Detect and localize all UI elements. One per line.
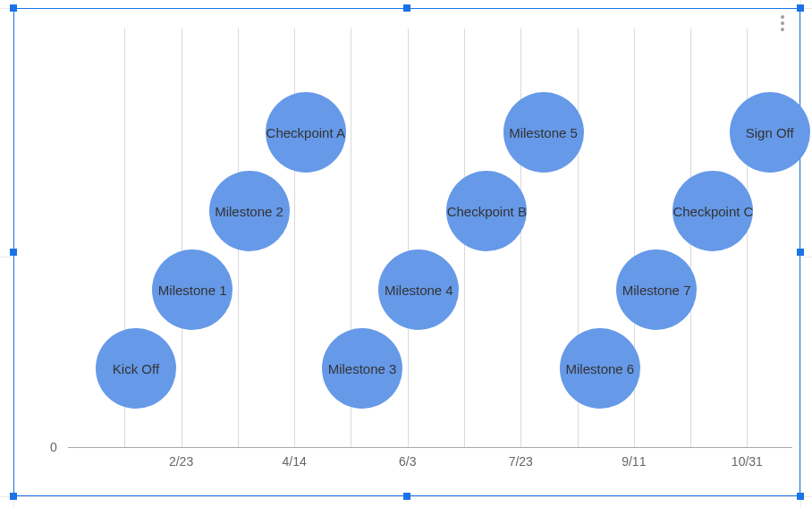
bubble-point[interactable]: Milestone 4	[378, 249, 459, 330]
bubble-point[interactable]: Sign Off	[730, 92, 810, 173]
x-gridline	[520, 29, 521, 447]
bubble-label: Milestone 2	[215, 204, 283, 219]
bubble-label: Milestone 6	[565, 361, 634, 376]
bubble-point[interactable]: Milestone 5	[503, 92, 584, 173]
bubble-point[interactable]: Checkpoint C	[672, 171, 753, 251]
plot-area: Kick OffMilestone 1Milestone 2Checkpoint…	[68, 29, 792, 447]
x-gridline	[747, 29, 748, 447]
resize-handle-top-right[interactable]	[797, 4, 804, 12]
bubble-point[interactable]: Kick Off	[96, 328, 176, 409]
bubble-point[interactable]: Milestone 1	[152, 249, 233, 330]
x-tick-label: 9/11	[622, 454, 646, 469]
x-axis-tick-labels: 2/234/146/37/239/1110/31	[68, 454, 792, 476]
bubble-point[interactable]: Milestone 7	[616, 249, 697, 330]
bubble-point[interactable]: Checkpoint B	[446, 171, 527, 251]
bubble-label: Milestone 5	[509, 125, 578, 140]
bubble-point[interactable]: Checkpoint A	[266, 92, 346, 173]
x-tick-label: 4/14	[283, 454, 307, 469]
more-vertical-icon	[781, 15, 784, 19]
resize-handle-bottom-right[interactable]	[797, 493, 804, 500]
x-tick-label: 7/23	[509, 454, 533, 469]
bubble-label: Milestone 3	[328, 361, 397, 376]
x-gridline	[182, 29, 182, 447]
bubble-point[interactable]: Milestone 2	[209, 171, 290, 251]
x-axis-line	[68, 447, 792, 448]
resize-handle-top-middle[interactable]	[403, 4, 410, 12]
x-gridline	[408, 29, 409, 447]
resize-handle-right-middle[interactable]	[797, 249, 804, 256]
resize-handle-bottom-middle[interactable]	[403, 493, 410, 500]
y-axis-zero-label: 0	[50, 440, 57, 454]
bubble-point[interactable]: Milestone 3	[322, 328, 402, 409]
resize-handle-bottom-left[interactable]	[10, 493, 17, 500]
bubble-label: Sign Off	[746, 125, 794, 140]
x-tick-label: 10/31	[732, 454, 763, 469]
bubble-label: Milestone 1	[158, 283, 227, 298]
x-tick-label: 6/3	[399, 454, 416, 469]
bubble-label: Kick Off	[113, 361, 159, 376]
bubble-label: Checkpoint A	[266, 125, 345, 140]
bubble-label: Checkpoint C	[672, 204, 753, 219]
x-gridline	[294, 29, 295, 447]
resize-handle-top-left[interactable]	[10, 4, 17, 12]
x-tick-label: 2/23	[169, 454, 193, 469]
resize-handle-left-middle[interactable]	[10, 249, 17, 256]
bubble-point[interactable]: Milestone 6	[560, 328, 640, 409]
embedded-chart[interactable]: Kick OffMilestone 1Milestone 2Checkpoint…	[13, 8, 800, 496]
bubble-label: Milestone 4	[385, 283, 453, 298]
bubble-label: Milestone 7	[622, 283, 691, 298]
bubble-label: Checkpoint B	[447, 204, 527, 219]
